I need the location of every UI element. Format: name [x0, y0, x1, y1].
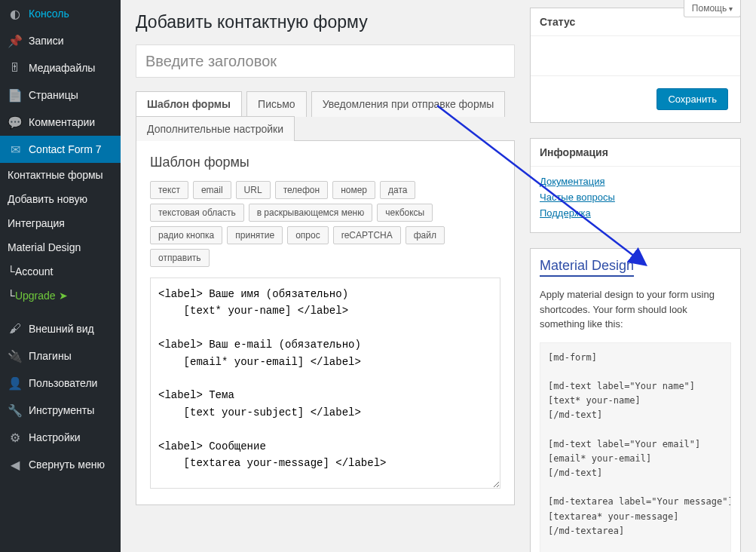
- gauge-icon: ◐: [8, 6, 23, 21]
- info-link[interactable]: Поддержка: [540, 207, 731, 219]
- sidebar-item-label: Медиафайлы: [29, 62, 95, 74]
- form-template-textarea[interactable]: [150, 278, 500, 489]
- status-box: Статус Сохранить: [530, 8, 741, 123]
- material-design-box: Material Design Apply material design to…: [530, 248, 741, 552]
- form-template-panel: Шаблон формы текстemailURLтелефонномерда…: [136, 141, 515, 505]
- sidebar-subitem[interactable]: └Account: [0, 259, 121, 284]
- form-tag-button[interactable]: текстовая область: [150, 204, 244, 222]
- sidebar-subitem[interactable]: Контактные формы: [0, 163, 121, 187]
- sidebar-item-label: Contact Form 7: [29, 143, 101, 155]
- corner-icon: └: [8, 265, 15, 278]
- page-title: Добавить контактную форму: [136, 12, 515, 32]
- sidebar-item-label: Пользователи: [29, 377, 97, 389]
- admin-sidebar: ◐Консоль📌Записи🎚Медиафайлы📄Страницы💬Комм…: [0, 0, 121, 552]
- material-description: Apply material design to your form using…: [540, 287, 731, 332]
- sidebar-item[interactable]: ◀Свернуть меню: [0, 451, 121, 478]
- form-tag-button[interactable]: радио кнопка: [150, 226, 222, 244]
- sidebar-subitem-label: Material Design: [8, 241, 81, 253]
- sidebar-item[interactable]: ✉Contact Form 7: [0, 136, 121, 163]
- sidebar-item[interactable]: 👤Пользователи: [0, 370, 121, 397]
- sidebar-item-label: Свернуть меню: [29, 458, 105, 471]
- sidebar-item-label: Записи: [29, 35, 63, 47]
- tab[interactable]: Шаблон формы: [136, 91, 242, 117]
- form-tag-button[interactable]: файл: [406, 226, 445, 244]
- form-tag-button[interactable]: в раскрывающемся меню: [249, 204, 373, 222]
- form-title-input[interactable]: [136, 44, 515, 78]
- brush-icon: 🖌: [8, 321, 23, 336]
- sidebar-item-label: Консоль: [29, 8, 69, 20]
- save-button[interactable]: Сохранить: [657, 88, 728, 110]
- material-heading: Material Design: [540, 258, 634, 277]
- info-link[interactable]: Документация: [540, 176, 731, 187]
- sidebar-item-label: Настройки: [29, 431, 81, 443]
- sidebar-item[interactable]: 📌Записи: [0, 27, 121, 54]
- sidebar-item-label: Страницы: [29, 89, 78, 101]
- sidebar-subitem[interactable]: └Upgrade ➤: [0, 284, 121, 308]
- corner-icon: └: [8, 290, 15, 302]
- sidebar-subitem[interactable]: Добавить новую: [0, 187, 121, 211]
- sidebar-subitem-label: Upgrade ➤: [15, 290, 68, 302]
- form-tag-button[interactable]: дата: [380, 181, 415, 199]
- collapse-icon: ◀: [8, 457, 23, 472]
- tab[interactable]: Письмо: [246, 91, 307, 117]
- form-tag-button[interactable]: email: [193, 181, 231, 199]
- sidebar-subitem[interactable]: Интеграция: [0, 211, 121, 235]
- tab-nav: Шаблон формыПисьмоУведомления при отправ…: [136, 91, 515, 141]
- sidebar-subitem-label: Интеграция: [8, 217, 65, 229]
- form-tag-button[interactable]: опрос: [287, 226, 329, 244]
- sidebar-item[interactable]: ◐Консоль: [0, 0, 121, 27]
- sidebar-item[interactable]: 🔌Плагины: [0, 342, 121, 370]
- comment-icon: 💬: [8, 115, 23, 130]
- sidebar-item[interactable]: ⚙Настройки: [0, 424, 121, 451]
- sidebar-subitem-label: Контактные формы: [8, 169, 103, 181]
- tools-icon: 🔧: [8, 403, 23, 418]
- tab[interactable]: Уведомления при отправке формы: [311, 91, 506, 117]
- form-tag-button[interactable]: отправить: [150, 249, 210, 267]
- form-tag-button[interactable]: текст: [150, 181, 188, 199]
- tab[interactable]: Дополнительные настройки: [136, 116, 295, 141]
- sidebar-item[interactable]: 🎚Медиафайлы: [0, 54, 121, 81]
- sidebar-item[interactable]: 💬Комментарии: [0, 109, 121, 136]
- form-tag-button[interactable]: телефон: [275, 181, 329, 199]
- sidebar-item[interactable]: 🔧Инструменты: [0, 397, 121, 424]
- info-heading: Информация: [531, 139, 740, 167]
- sidebar-item-label: Внешний вид: [29, 323, 94, 335]
- form-tag-button[interactable]: чекбоксы: [377, 204, 433, 222]
- users-icon: 👤: [8, 376, 23, 391]
- form-tag-button[interactable]: принятие: [227, 226, 283, 244]
- mail-icon: ✉: [8, 142, 23, 157]
- help-tab[interactable]: Помощь: [684, 0, 741, 17]
- sidebar-subitem-label: Добавить новую: [8, 193, 87, 205]
- info-box: Информация ДокументацияЧастые вопросыПод…: [530, 138, 741, 233]
- plugin-icon: 🔌: [8, 348, 23, 363]
- sidebar-item-label: Комментарии: [29, 116, 95, 128]
- panel-heading: Шаблон формы: [150, 155, 500, 170]
- sidebar-item-label: Инструменты: [29, 404, 94, 416]
- page-icon: 📄: [8, 87, 23, 103]
- sidebar-item-label: Плагины: [29, 350, 72, 362]
- sidebar-subitem[interactable]: Material Design: [0, 235, 121, 259]
- sidebar-item[interactable]: 📄Страницы: [0, 81, 121, 109]
- form-tag-button[interactable]: reCAPTCHA: [333, 226, 401, 244]
- settings-icon: ⚙: [8, 430, 23, 445]
- pin-icon: 📌: [8, 33, 23, 48]
- info-link[interactable]: Частые вопросы: [540, 192, 731, 203]
- material-code-sample: [md-form] [md-text label="Your name"] [t…: [540, 342, 731, 553]
- form-tag-button[interactable]: URL: [236, 181, 271, 199]
- media-icon: 🎚: [8, 60, 23, 75]
- form-tag-button[interactable]: номер: [332, 181, 375, 199]
- sidebar-item[interactable]: 🖌Внешний вид: [0, 315, 121, 342]
- sidebar-subitem-label: Account: [15, 265, 54, 278]
